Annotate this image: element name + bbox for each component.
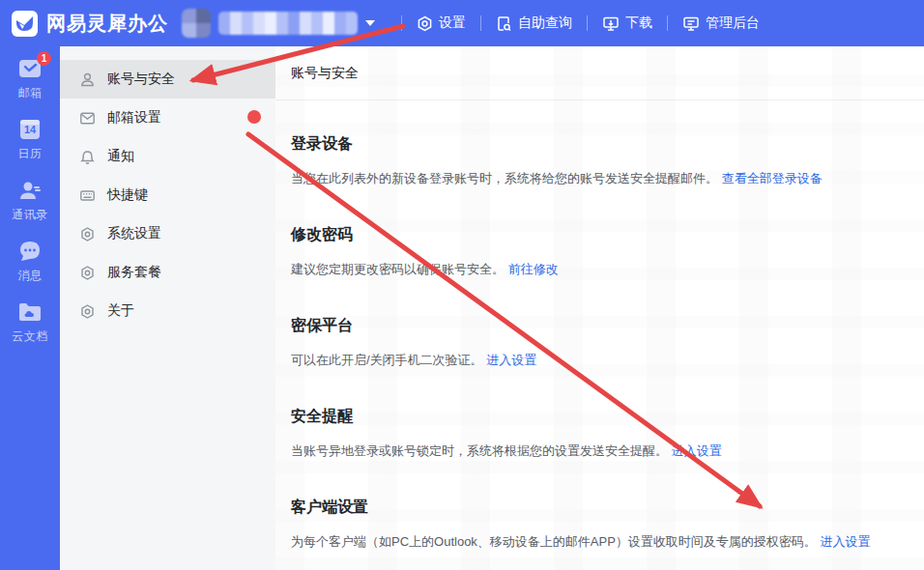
topbar: 网易灵犀办公 设置 自助查询	[0, 0, 924, 46]
doc-search-icon	[496, 15, 512, 32]
monitor-admin-icon	[682, 15, 700, 32]
section-security-alert: 安全提醒 当账号异地登录或账号锁定时，系统将根据您的设置发送安全提醒。 进入设置	[291, 406, 909, 461]
menu-download[interactable]: 下载	[602, 14, 652, 32]
change-password-link[interactable]: 前往修改	[508, 262, 559, 276]
divider	[401, 15, 402, 31]
nav-item-system-settings[interactable]: 系统设置	[60, 214, 275, 253]
avatar	[182, 9, 211, 38]
rail-item-mail[interactable]: 1 邮箱	[0, 56, 60, 117]
divider	[480, 15, 481, 31]
app-logo-icon	[12, 11, 38, 37]
section-title: 安全提醒	[291, 406, 909, 427]
section-client-settings: 客户端设置 为每个客户端（如PC上的Outlook、移动设备上的邮件APP）设置…	[291, 497, 909, 552]
unread-badge: 1	[37, 51, 51, 66]
app-window: 网易灵犀办公 设置 自助查询	[0, 0, 924, 570]
section-title: 登录设备	[291, 133, 909, 155]
user-icon	[79, 71, 96, 88]
section-security-platform: 密保平台 可以在此开启/关闭手机二次验证。 进入设置	[291, 315, 909, 370]
gear-icon	[79, 265, 96, 281]
monitor-download-icon	[602, 15, 620, 32]
page-title: 账号与安全	[275, 46, 924, 100]
nav-item-mail-settings[interactable]: 邮箱设置	[60, 99, 275, 137]
client-settings-link[interactable]: 进入设置	[821, 534, 871, 549]
chat-icon	[17, 240, 43, 263]
secondary-verify-settings-link[interactable]: 进入设置	[486, 353, 536, 367]
contacts-icon	[17, 179, 43, 202]
gear-icon	[79, 226, 96, 242]
divider	[667, 15, 668, 31]
rail-item-cloud-docs[interactable]: 云文档	[0, 299, 60, 360]
section-desc: 为每个客户端（如PC上的Outlook、移动设备上的邮件APP）设置收取时间及专…	[291, 534, 817, 549]
rail-item-messages[interactable]: 消息	[0, 239, 60, 299]
security-alert-settings-link[interactable]: 进入设置	[672, 443, 722, 458]
section-title: 客户端设置	[291, 497, 909, 518]
menu-admin-console[interactable]: 管理后台	[682, 14, 760, 32]
view-all-devices-link[interactable]: 查看全部登录设备	[722, 171, 823, 185]
nav-item-account-security[interactable]: 账号与安全	[60, 60, 275, 99]
nav-item-notifications[interactable]: 通知	[60, 137, 275, 176]
mail-icon	[79, 110, 96, 127]
gear-icon	[417, 15, 433, 32]
account-switcher[interactable]	[182, 9, 375, 38]
menu-self-query[interactable]: 自助查询	[496, 14, 572, 32]
account-name-blurred	[218, 12, 358, 35]
gear-icon	[79, 303, 96, 320]
divider	[587, 15, 588, 31]
app-title: 网易灵犀办公	[46, 11, 168, 37]
nav-item-about[interactable]: 关于	[60, 292, 275, 330]
rail-item-contacts[interactable]: 通讯录	[0, 178, 60, 239]
menu-settings[interactable]: 设置	[417, 14, 466, 32]
section-change-password: 修改密码 建议您定期更改密码以确保账号安全。 前往修改	[291, 224, 909, 279]
app-rail: 1 邮箱 14 日历	[0, 46, 60, 570]
section-title: 修改密码	[291, 224, 909, 245]
settings-content: 账号与安全 登录设备 当您在此列表外的新设备登录账号时，系统将给您的账号发送安全…	[275, 46, 924, 570]
section-desc: 建议您定期更改密码以确保账号安全。	[291, 262, 505, 276]
bell-icon	[79, 149, 96, 165]
section-desc: 当您在此列表外的新设备登录账号时，系统将给您的账号发送安全提醒邮件。	[291, 171, 718, 185]
keyboard-icon	[79, 187, 96, 204]
section-desc: 可以在此开启/关闭手机二次验证。	[291, 353, 483, 367]
section-title: 密保平台	[291, 315, 909, 336]
nav-item-service-plan[interactable]: 服务套餐	[60, 253, 275, 292]
nav-item-shortcuts[interactable]: 快捷键	[60, 176, 275, 214]
topbar-menu: 设置 自助查询 下载 管理后台	[387, 14, 760, 32]
calendar-date: 14	[17, 124, 43, 135]
settings-sidebar: 账号与安全 邮箱设置 通知 快捷键	[60, 46, 275, 570]
rail-item-calendar[interactable]: 14 日历	[0, 117, 60, 178]
section-login-devices: 登录设备 当您在此列表外的新设备登录账号时，系统将给您的账号发送安全提醒邮件。 …	[291, 133, 909, 188]
chevron-down-icon	[365, 20, 375, 26]
cloud-folder-icon	[17, 300, 43, 324]
section-desc: 当账号异地登录或账号锁定时，系统将根据您的设置发送安全提醒。	[291, 443, 668, 458]
